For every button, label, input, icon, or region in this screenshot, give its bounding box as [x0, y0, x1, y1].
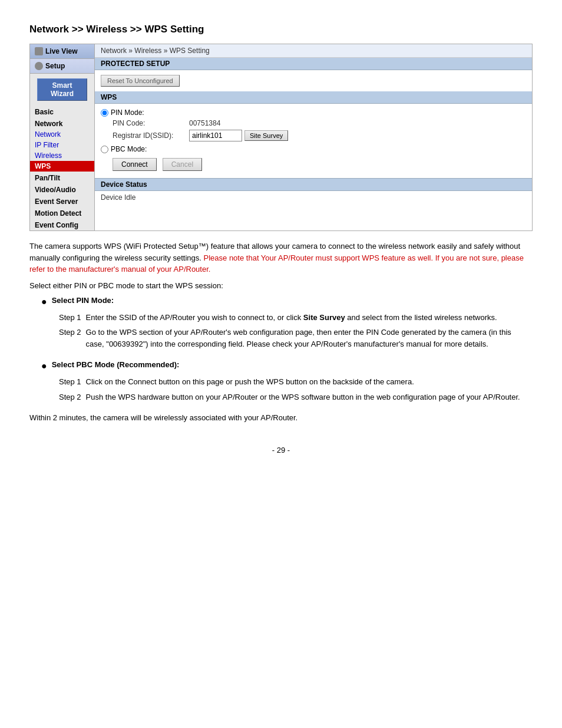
pbc-step2-text: Push the WPS hardware button on your AP/…	[86, 390, 525, 406]
bullet-dot-2: ●	[41, 360, 47, 371]
section-event-config: Event Config	[30, 219, 94, 230]
pin-code-label: PIN Code:	[113, 119, 189, 127]
pbc-mode-label: PBC Mode:	[111, 145, 147, 153]
registrar-label: Registrar ID(SSID):	[113, 131, 189, 140]
pin-step2-label: Step 2	[59, 325, 86, 352]
pin-step1-label: Step 1	[59, 311, 86, 326]
bullet-pbc-title: ● Select PBC Mode (Recommended):	[41, 360, 533, 371]
description-paragraph: The camera supports WPS (WiFi Protected …	[29, 241, 533, 275]
sidebar-item-setup[interactable]: Setup	[30, 59, 94, 74]
connect-button[interactable]: Connect	[113, 158, 157, 171]
sidebar-item-wps[interactable]: WPS	[30, 161, 94, 172]
section-network: Network	[30, 117, 94, 129]
section-video-audio: Video/Audio	[30, 183, 94, 195]
bullet-pin-title: ● Select PIN Mode:	[41, 296, 533, 307]
pbc-steps-table: Step 1 Click on the Connect button on th…	[59, 375, 525, 405]
select-mode-text: Select either PIN or PBC mode to start t…	[29, 281, 533, 290]
bullet-pbc-mode: ● Select PBC Mode (Recommended): Step 1 …	[41, 360, 533, 405]
registrar-row: Registrar ID(SSID): Site Survey	[113, 130, 526, 141]
pin-code-row: PIN Code: 00751384	[113, 119, 526, 127]
pbc-step1-row: Step 1 Click on the Connect button on th…	[59, 375, 525, 390]
cancel-button[interactable]: Cancel	[163, 158, 202, 171]
protected-setup-header: PROTECTED SETUP	[95, 58, 532, 70]
registrar-input[interactable]	[189, 130, 242, 141]
reset-unconfigured-button[interactable]: Reset To Unconfigured	[101, 75, 180, 87]
camera-icon	[35, 47, 43, 55]
pbc-mode-radio[interactable]	[101, 146, 108, 153]
pbc-step1-text: Click on the Connect button on this page…	[86, 375, 525, 390]
device-status-header: Device Status	[95, 178, 532, 191]
setup-icon	[35, 62, 43, 70]
main-content: Network » Wireless » WPS Setting PROTECT…	[95, 44, 532, 230]
page-number: - 29 -	[29, 446, 533, 454]
section-basic: Basic	[30, 106, 94, 117]
smart-wizard-button[interactable]: Smart Wizard	[37, 78, 87, 101]
within-text: Within 2 minutes, the camera will be wir…	[29, 413, 533, 422]
pbc-step1-label: Step 1	[59, 375, 86, 390]
page-title: Network >> Wireless >> WPS Setting	[29, 24, 533, 35]
pin-step1-text: Enter the SSID of the AP/Router you wish…	[86, 311, 533, 326]
sidebar-item-ip-filter[interactable]: IP Filter	[30, 140, 94, 150]
bullet-pin-label: Select PIN Mode:	[52, 296, 114, 305]
pin-steps-table: Step 1 Enter the SSID of the AP/Router y…	[59, 311, 533, 353]
pbc-step2-label: Step 2	[59, 390, 86, 406]
pin-code-value: 00751384	[189, 119, 220, 127]
sidebar-item-live-view[interactable]: Live View	[30, 44, 94, 59]
pbc-mode-row: PBC Mode:	[101, 145, 526, 153]
section-motion-detect: Motion Detect	[30, 207, 94, 219]
sidebar-item-network[interactable]: Network	[30, 129, 94, 140]
pin-step1-row: Step 1 Enter the SSID of the AP/Router y…	[59, 311, 533, 326]
site-survey-button[interactable]: Site Survey	[244, 130, 288, 141]
connect-cancel-row: Connect Cancel	[113, 158, 526, 171]
protected-setup-body: Reset To Unconfigured	[95, 70, 532, 91]
wps-header: WPS	[95, 91, 532, 104]
pin-mode-row: PIN Mode:	[101, 108, 526, 117]
bullet-pin-mode: ● Select PIN Mode: Step 1 Enter the SSID…	[41, 296, 533, 353]
ui-container: Live View Setup Smart Wizard Basic Netwo…	[29, 44, 533, 231]
wps-body: PIN Mode: PIN Code: 00751384 Registrar I…	[95, 104, 532, 178]
pin-mode-label: PIN Mode:	[111, 108, 144, 117]
section-pan-tilt: Pan/Tilt	[30, 172, 94, 183]
breadcrumb: Network » Wireless » WPS Setting	[95, 44, 532, 58]
bullet-dot-1: ●	[41, 296, 47, 307]
setup-label: Setup	[45, 62, 65, 70]
sidebar-item-wireless[interactable]: Wireless	[30, 150, 94, 161]
pin-mode-radio[interactable]	[101, 109, 108, 117]
section-event-server: Event Server	[30, 195, 94, 207]
pbc-step2-row: Step 2 Push the WPS hardware button on y…	[59, 390, 525, 406]
pin-step2-text: Go to the WPS section of your AP/Router'…	[86, 325, 533, 352]
device-status-body: Device Idle	[95, 191, 532, 204]
bullet-pbc-label: Select PBC Mode (Recommended):	[52, 360, 180, 369]
sidebar: Live View Setup Smart Wizard Basic Netwo…	[30, 44, 95, 230]
pin-step2-row: Step 2 Go to the WPS section of your AP/…	[59, 325, 533, 352]
live-view-label: Live View	[45, 47, 77, 55]
